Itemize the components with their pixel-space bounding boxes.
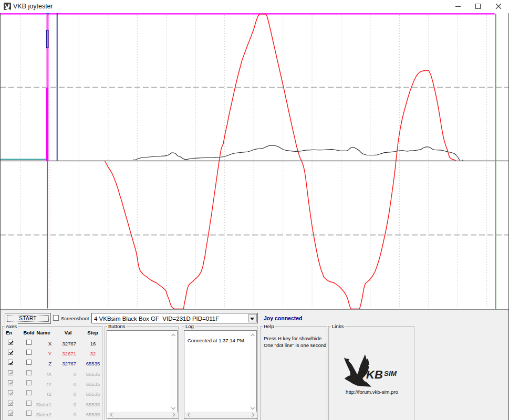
svg-text:SIM: SIM: [384, 370, 397, 377]
svg-text:KB: KB: [366, 368, 383, 381]
